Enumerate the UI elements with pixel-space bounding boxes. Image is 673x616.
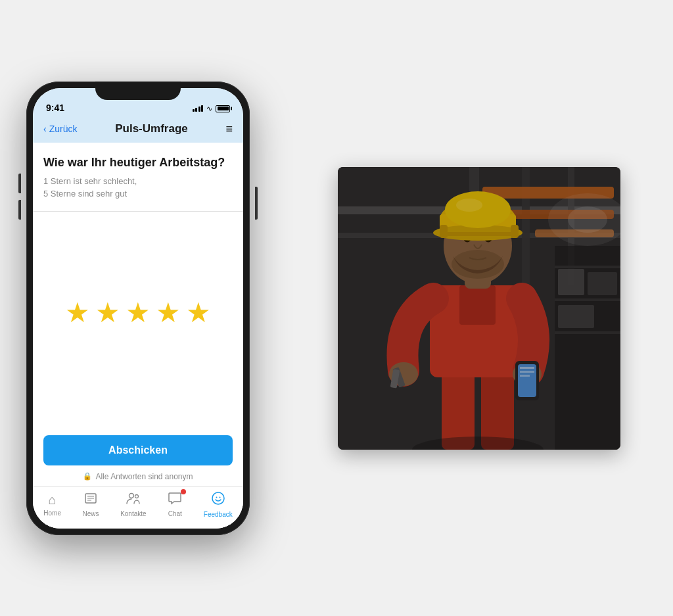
worker-photo	[338, 167, 620, 450]
page-title: Puls-Umfrage	[115, 122, 188, 135]
news-icon	[84, 492, 97, 508]
svg-rect-56	[338, 167, 620, 450]
star-3[interactable]: ★	[126, 299, 151, 327]
tab-feedback[interactable]: Feedback	[204, 491, 233, 518]
tab-chat-label: Chat	[168, 510, 182, 517]
tab-feedback-label: Feedback	[204, 511, 233, 518]
content-main: Wie war Ihr heutiger Arbeitstag? 1 Stern…	[33, 143, 243, 427]
tab-chat[interactable]: Chat	[168, 492, 182, 517]
volume-down-button	[18, 200, 21, 220]
svg-point-7	[216, 496, 217, 498]
status-time: 9:41	[46, 103, 64, 113]
worker-scene	[338, 167, 620, 450]
star-5[interactable]: ★	[186, 299, 211, 327]
question-title: Wie war Ihr heutiger Arbeitstag?	[43, 156, 233, 170]
tab-bar: ⌂ Home News	[33, 486, 243, 529]
menu-icon[interactable]: ≡	[225, 122, 233, 136]
tab-kontakte-label: Kontakte	[120, 510, 146, 517]
chat-badge	[181, 489, 186, 494]
feedback-icon	[211, 491, 225, 509]
battery-icon	[216, 105, 230, 112]
star-4[interactable]: ★	[156, 299, 181, 327]
tab-home-label: Home	[43, 509, 61, 517]
star-2[interactable]: ★	[95, 299, 120, 327]
back-button[interactable]: ‹ Zurück	[43, 124, 77, 134]
svg-point-4	[129, 493, 133, 498]
star-1[interactable]: ★	[65, 299, 90, 327]
power-button	[255, 187, 258, 220]
chevron-left-icon: ‹	[43, 124, 47, 134]
battery-fill	[218, 107, 229, 110]
scene: 9:41 ∿ ‹ Zurück Puls-Umfrage	[26, 20, 647, 596]
submit-button[interactable]: Abschicken	[43, 435, 233, 465]
question-subtitle: 1 Stern ist sehr schlecht,5 Sterne sind …	[43, 175, 233, 201]
svg-point-8	[219, 496, 220, 498]
anon-note: 🔒 Alle Antworten sind anonym	[43, 472, 233, 481]
wifi-icon: ∿	[206, 105, 212, 113]
bottom-area: Abschicken 🔒 Alle Antworten sind anonym	[33, 427, 243, 486]
phone-shell: 9:41 ∿ ‹ Zurück Puls-Umfrage	[26, 82, 250, 535]
tab-kontakte[interactable]: Kontakte	[120, 492, 146, 517]
kontakte-icon	[126, 492, 141, 508]
chat-icon	[168, 492, 182, 508]
app-header: ‹ Zurück Puls-Umfrage ≡	[33, 117, 243, 143]
volume-up-button	[18, 174, 21, 193]
tab-home[interactable]: ⌂ Home	[43, 492, 61, 517]
app-content: Wie war Ihr heutiger Arbeitstag? 1 Stern…	[33, 143, 243, 529]
signal-icon	[193, 105, 204, 112]
tab-news-label: News	[83, 510, 99, 517]
star-rating[interactable]: ★ ★ ★ ★ ★	[65, 299, 211, 327]
home-icon: ⌂	[49, 492, 57, 508]
lock-icon: 🔒	[83, 472, 92, 481]
tab-news[interactable]: News	[83, 492, 99, 517]
svg-point-6	[212, 492, 224, 504]
svg-point-5	[135, 494, 138, 498]
phone-notch	[95, 82, 181, 100]
status-icons: ∿	[193, 105, 231, 113]
back-label: Zurück	[49, 124, 78, 134]
stars-area: ★ ★ ★ ★ ★	[43, 212, 233, 414]
phone-screen: 9:41 ∿ ‹ Zurück Puls-Umfrage	[33, 88, 243, 529]
anon-note-text: Alle Antworten sind anonym	[95, 472, 193, 481]
